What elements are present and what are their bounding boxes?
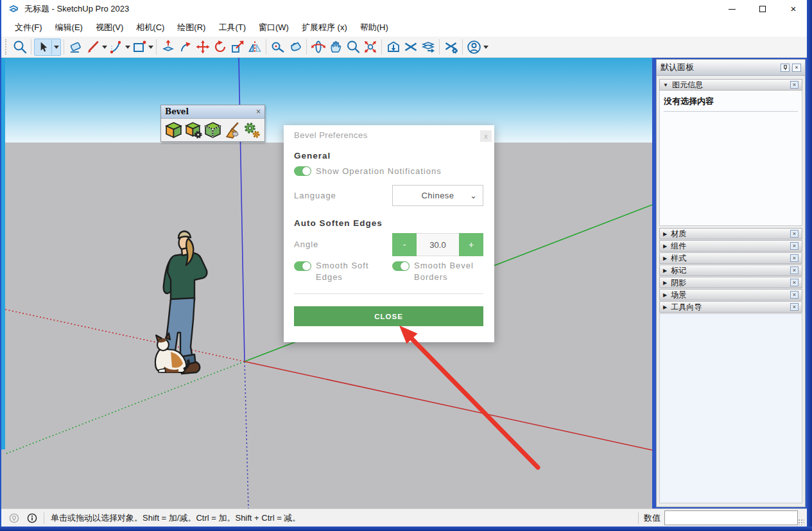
- section-close-icon[interactable]: ×: [790, 266, 799, 274]
- expand-arrow-icon[interactable]: ▶: [663, 268, 667, 274]
- expand-arrow-icon[interactable]: ▶: [663, 304, 667, 310]
- flip-icon[interactable]: [246, 39, 263, 56]
- pencil-line-icon[interactable]: [84, 39, 101, 56]
- expand-arrow-icon[interactable]: ▶: [663, 256, 667, 261]
- bevel-settings-tool-icon[interactable]: [184, 121, 203, 139]
- section-close-icon[interactable]: ×: [790, 279, 799, 286]
- tray-section-styles[interactable]: ▶ 样式 ×: [659, 252, 802, 264]
- select-tool-button[interactable]: [34, 39, 61, 56]
- expand-arrow-icon[interactable]: ▶: [663, 280, 667, 286]
- tray-section-instructor[interactable]: ▶ 工具向导 ×: [659, 301, 802, 313]
- entity-info-close-icon[interactable]: ×: [790, 81, 799, 89]
- tray-section-scenes[interactable]: ▶ 场景 ×: [659, 289, 802, 300]
- measurements-input[interactable]: [664, 510, 798, 525]
- move-icon[interactable]: [194, 39, 211, 56]
- rotate-icon[interactable]: [211, 39, 229, 56]
- window-border-left: [0, 0, 1, 531]
- smooth-soft-edges-toggle[interactable]: [294, 261, 311, 271]
- orbit-icon[interactable]: [309, 39, 327, 56]
- select-arrow-icon: [36, 39, 50, 56]
- menu-edit[interactable]: 编辑(E): [49, 19, 89, 36]
- expand-arrow-icon[interactable]: ▶: [663, 243, 667, 249]
- scale-icon[interactable]: [229, 39, 246, 56]
- close-dialog-button[interactable]: CLOSE: [294, 306, 483, 326]
- menu-draw[interactable]: 绘图(R): [171, 19, 211, 36]
- smooth-bevel-borders-toggle[interactable]: [392, 261, 410, 271]
- section-close-icon[interactable]: ×: [790, 254, 799, 262]
- section-close-icon[interactable]: ×: [790, 230, 799, 238]
- toolbar-grip[interactable]: [5, 39, 8, 55]
- bevel-toolbar[interactable]: Bevel ×: [160, 105, 265, 142]
- zoom-extents-icon[interactable]: [361, 39, 379, 56]
- menu-extensions[interactable]: 扩展程序 (x): [296, 19, 353, 36]
- menu-view[interactable]: 视图(V): [90, 19, 129, 36]
- extension-manager-icon[interactable]: [442, 39, 460, 56]
- bevel-tool-icon[interactable]: [164, 121, 183, 139]
- tray-titlebar[interactable]: 默认面板 ×: [657, 60, 805, 76]
- angle-decrease-button[interactable]: -: [392, 233, 417, 256]
- language-select[interactable]: Chinese ⌄: [392, 185, 483, 206]
- notifications-toggle[interactable]: [294, 166, 311, 176]
- minimize-button[interactable]: [727, 4, 736, 13]
- share-model-icon[interactable]: [419, 39, 436, 56]
- close-window-button[interactable]: ×: [789, 4, 798, 13]
- tray-section-shadows[interactable]: ▶ 阴影 ×: [659, 277, 802, 288]
- rectangle-dropdown-caret[interactable]: [148, 46, 153, 49]
- menu-help[interactable]: 帮助(H): [354, 19, 394, 36]
- menu-file[interactable]: 文件(F): [9, 19, 48, 36]
- rectangle-icon[interactable]: [130, 39, 148, 56]
- preferences-gears-icon[interactable]: [243, 121, 261, 139]
- search-icon[interactable]: [11, 39, 28, 56]
- instructor-info-icon[interactable]: [27, 513, 37, 523]
- expand-arrow-icon[interactable]: ▶: [663, 231, 667, 237]
- window-border-right: [807, 0, 812, 531]
- tray-section-materials[interactable]: ▶ 材质 ×: [659, 228, 802, 239]
- section-close-icon[interactable]: ×: [790, 303, 799, 311]
- default-tray: 默认面板 × ▼ 图元信息 × 没有选择内容 ▶ 材质 × ▶ 组件 × ▶ 样: [652, 58, 807, 509]
- unbevel-tool-icon[interactable]: [203, 121, 222, 139]
- arc-icon[interactable]: [107, 39, 125, 56]
- angle-increase-button[interactable]: +: [459, 233, 483, 256]
- tray-close-icon[interactable]: ×: [792, 64, 801, 72]
- zoom-icon[interactable]: [344, 39, 361, 56]
- section-label: 样式: [671, 253, 790, 264]
- section-close-icon[interactable]: ×: [790, 291, 799, 299]
- arc-dropdown-caret[interactable]: [125, 46, 130, 49]
- geolocation-icon[interactable]: [9, 513, 19, 523]
- paint-bucket-icon[interactable]: [286, 39, 304, 56]
- menu-window[interactable]: 窗口(W): [253, 19, 295, 36]
- angle-value[interactable]: 30.0: [417, 233, 459, 256]
- resize-grip[interactable]: [798, 519, 804, 525]
- tray-section-tags[interactable]: ▶ 标记 ×: [659, 265, 802, 276]
- expand-arrow-icon[interactable]: ▶: [663, 292, 667, 298]
- follow-me-icon[interactable]: [177, 39, 194, 56]
- tray-pin-icon[interactable]: [781, 64, 790, 72]
- push-pull-icon[interactable]: [159, 39, 177, 56]
- auto-soften-heading: Auto Soften Edges: [294, 218, 383, 228]
- dialog-close-button[interactable]: x: [480, 130, 492, 142]
- sketchup-logo-icon: [8, 3, 19, 15]
- status-hint-text: 单击或拖动以选择对象。Shift = 加/减。Ctrl = 加。Shift + …: [51, 512, 300, 524]
- 3d-warehouse-icon[interactable]: [384, 39, 402, 56]
- pan-icon[interactable]: [327, 39, 344, 56]
- menu-tools[interactable]: 工具(T): [212, 19, 252, 36]
- collapse-arrow-icon[interactable]: ▼: [663, 82, 668, 88]
- tray-section-components[interactable]: ▶ 组件 ×: [659, 240, 802, 252]
- select-dropdown-caret[interactable]: [54, 46, 59, 49]
- account-icon[interactable]: [465, 39, 483, 56]
- cleanup-broom-icon[interactable]: [223, 121, 242, 139]
- line-dropdown-caret[interactable]: [102, 46, 107, 49]
- bevel-toolbar-close-icon[interactable]: ×: [256, 107, 261, 116]
- entity-info-header[interactable]: ▼ 图元信息 ×: [659, 79, 802, 91]
- menu-camera[interactable]: 相机(C): [130, 19, 170, 36]
- section-close-icon[interactable]: ×: [790, 242, 799, 250]
- dialog-divider: [294, 293, 483, 294]
- angle-label: Angle: [294, 239, 318, 249]
- bevel-toolbar-titlebar[interactable]: Bevel ×: [161, 105, 264, 119]
- account-dropdown-caret[interactable]: [483, 46, 488, 49]
- eraser-icon[interactable]: [67, 39, 84, 56]
- extension-warehouse-icon[interactable]: [402, 39, 419, 56]
- tape-measure-icon[interactable]: [269, 39, 286, 56]
- maximize-button[interactable]: [758, 4, 767, 13]
- menu-bar: 文件(F) 编辑(E) 视图(V) 相机(C) 绘图(R) 工具(T) 窗口(W…: [1, 18, 807, 37]
